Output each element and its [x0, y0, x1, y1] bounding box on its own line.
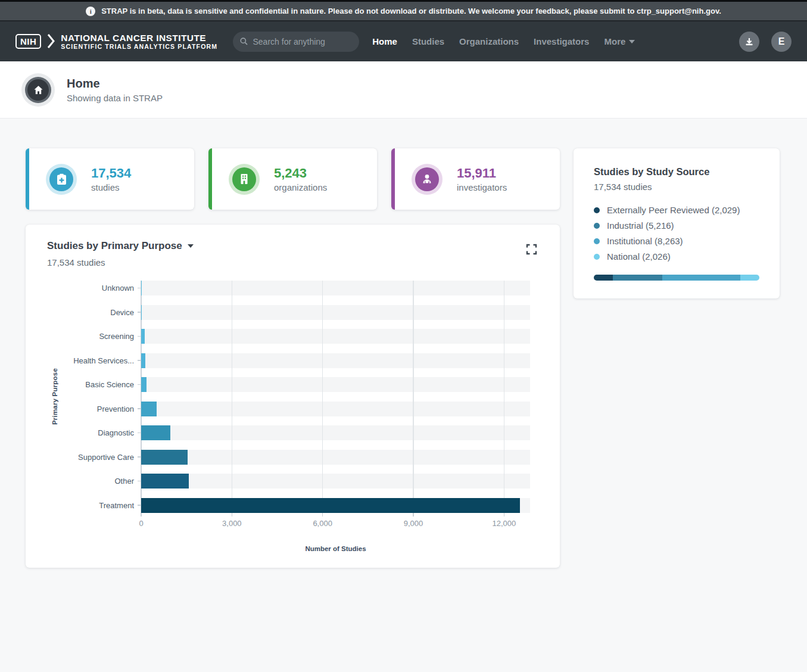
legend-label: Institutional (8,263)	[607, 236, 683, 246]
chart-row-unknown: Unknown	[63, 281, 530, 295]
chart-row-treatment: Treatment	[63, 498, 530, 513]
y-axis-title-col: Primary Purpose	[47, 281, 63, 513]
category-label: Treatment	[99, 501, 134, 510]
chart-title-dropdown[interactable]: Studies by Primary Purpose	[47, 240, 194, 252]
nav-right-actions: E	[739, 32, 792, 52]
category-label: Screening	[99, 332, 134, 341]
nav-item-investigators[interactable]: Investigators	[534, 36, 589, 46]
bar-track	[141, 377, 530, 392]
x-tick-label: 0	[139, 519, 143, 528]
bar[interactable]	[141, 353, 145, 368]
download-button[interactable]	[739, 32, 759, 52]
stat-value: 5,243	[274, 166, 327, 181]
category-label-cell: Supportive Care	[63, 453, 141, 462]
category-label-cell: Other	[63, 477, 141, 486]
x-tick-mark	[232, 513, 233, 517]
bar-track	[141, 329, 530, 344]
primary-purpose-card: Studies by Primary Purpose 17,534 studie…	[26, 225, 560, 568]
category-label: Prevention	[97, 405, 134, 413]
search-icon	[240, 37, 248, 46]
bar-track	[141, 402, 530, 416]
stacked-bar-segment[interactable]	[613, 275, 662, 281]
chart-body: UnknownDeviceScreeningHealth Services...…	[63, 281, 530, 552]
y-axis-title: Primary Purpose	[51, 368, 58, 425]
nav-item-studies[interactable]: Studies	[412, 36, 444, 46]
x-tick-mark	[504, 513, 505, 517]
stat-card-organizations[interactable]: 5,243 organizations	[208, 148, 377, 210]
download-icon	[744, 37, 754, 46]
search-input[interactable]	[253, 37, 353, 46]
chart-row-supportive-care: Supportive Care	[63, 450, 530, 465]
primary-purpose-chart: Primary Purpose UnknownDeviceScreeningHe…	[47, 281, 538, 552]
stat-card-studies[interactable]: 17,534 studies	[26, 148, 194, 210]
bar-track	[141, 305, 530, 320]
brand-line2: SCIENTIFIC TRIALS ANALYTICS PLATFORM	[61, 43, 217, 50]
stat-icon-halo	[229, 164, 260, 195]
chart-subtitle: 17,534 studies	[47, 257, 194, 267]
bar[interactable]	[141, 498, 520, 513]
stat-card-investigators[interactable]: 15,911 investigators	[391, 148, 560, 210]
page-header-text: Home Showing data in STRAP	[67, 77, 163, 103]
bar[interactable]	[141, 474, 189, 489]
legend-item: Externally Peer Reviewed (2,029)	[594, 205, 759, 215]
bar[interactable]	[141, 425, 170, 440]
stacked-bar-segment[interactable]	[662, 275, 740, 281]
stat-accent-bar	[391, 148, 395, 210]
bar[interactable]	[141, 281, 142, 295]
x-tick-mark	[141, 513, 142, 517]
legend-item: National (2,026)	[594, 251, 759, 262]
caret-down-icon	[188, 244, 194, 248]
category-label-cell: Screening	[63, 332, 141, 341]
study-source-legend: Externally Peer Reviewed (2,029)Industri…	[594, 205, 759, 262]
bar-track	[141, 353, 530, 368]
bar[interactable]	[141, 450, 188, 465]
page-subtitle: Showing data in STRAP	[67, 93, 163, 103]
category-label: Unknown	[102, 284, 134, 293]
chevron-right-icon	[47, 33, 55, 49]
bar[interactable]	[141, 305, 142, 320]
stat-icon-halo	[412, 164, 443, 195]
category-label: Basic Science	[85, 380, 134, 389]
chart-header-left: Studies by Primary Purpose 17,534 studie…	[47, 240, 194, 267]
fullscreen-icon	[526, 244, 537, 255]
bar[interactable]	[141, 377, 147, 392]
stat-text: 17,534 studies	[91, 166, 131, 192]
nav-item-more[interactable]: More	[604, 36, 635, 46]
category-label: Device	[110, 308, 134, 317]
left-column: 17,534 studies	[26, 148, 560, 568]
stacked-bar-segment[interactable]	[740, 275, 759, 281]
x-tick-label: 3,000	[222, 519, 242, 528]
chart-row-other: Other	[63, 474, 530, 489]
beta-banner: i STRAP is in beta, data is sensitive an…	[0, 0, 807, 21]
nci-logo[interactable]: NIH NATIONAL CANCER INSTITUTE SCIENTIFIC…	[15, 33, 217, 51]
nav-item-organizations[interactable]: Organizations	[459, 36, 519, 46]
user-avatar[interactable]: E	[771, 32, 792, 52]
stat-label: investigators	[457, 182, 507, 192]
legend-dot-icon	[594, 238, 600, 244]
category-label-cell: Health Services...	[63, 356, 141, 365]
category-label: Diagnostic	[98, 428, 134, 437]
nav-links: Home Studies Organizations Investigators…	[372, 36, 635, 46]
legend-dot-icon	[594, 207, 600, 213]
home-badge-ring	[25, 77, 51, 103]
chart-row-basic-science: Basic Science	[63, 377, 530, 392]
x-axis-title: Number of Studies	[141, 545, 530, 552]
stacked-bar-segment[interactable]	[594, 275, 613, 281]
investigator-icon	[415, 167, 439, 191]
building-icon	[232, 167, 256, 191]
study-source-stacked-bar	[594, 275, 759, 281]
nav-item-home[interactable]: Home	[372, 36, 397, 46]
legend-item: Industrial (5,216)	[594, 220, 759, 231]
bar[interactable]	[141, 402, 157, 416]
chart-rows: UnknownDeviceScreeningHealth Services...…	[63, 281, 530, 513]
main-content: 17,534 studies	[0, 119, 807, 568]
home-icon	[27, 79, 49, 101]
category-label-cell: Diagnostic	[63, 428, 141, 437]
legend-dot-icon	[594, 223, 600, 229]
study-source-card: Studies by Study Source 17,534 studies E…	[574, 148, 780, 298]
global-search[interactable]	[233, 32, 359, 52]
bar[interactable]	[141, 329, 145, 344]
fullscreen-button[interactable]	[525, 242, 538, 258]
brand-text: NATIONAL CANCER INSTITUTE SCIENTIFIC TRI…	[61, 33, 217, 51]
legend-item: Institutional (8,263)	[594, 236, 759, 246]
